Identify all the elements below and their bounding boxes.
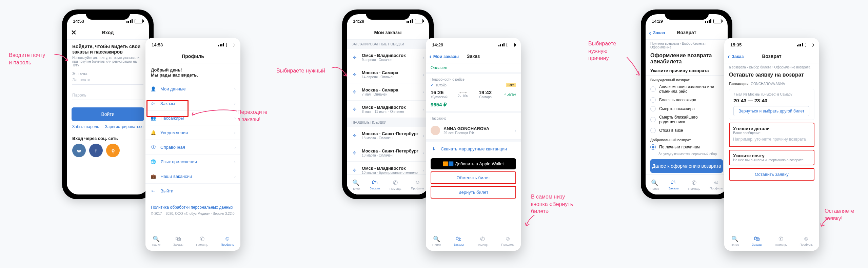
tab-profile[interactable]: ☺Профиль <box>710 179 723 190</box>
trip-row[interactable]: ✈Омск - Владивосток8 мая – 11 июля · Опл… <box>347 101 429 118</box>
exchange-button[interactable]: Обменять билет <box>431 171 516 184</box>
pax-label: Пассажиры: <box>729 82 750 86</box>
tab-search[interactable]: 🔍Поиск <box>731 235 739 247</box>
wallet-icon: 🟧🟦 <box>443 161 454 166</box>
passenger-row[interactable]: ANNA GONCHAROVA29 лет. Паспорт РФ › <box>426 122 521 140</box>
login-header: ✕ Вход <box>67 26 149 40</box>
submit-button[interactable]: Оставить заявку <box>729 168 814 181</box>
next-button[interactable]: Далее к оформлению возврата <box>650 159 723 173</box>
fb-icon[interactable]: f <box>89 144 103 157</box>
tab-profile[interactable]: ☺Профиль <box>800 235 813 246</box>
close-icon[interactable]: ✕ <box>71 28 77 37</box>
tab-help[interactable]: ✆Помощь <box>390 179 401 190</box>
change-ticket-button[interactable]: Вернуться и выбрать другой билет <box>733 106 809 116</box>
tab-orders[interactable]: 🛍Заказы <box>752 235 762 246</box>
tab-orders[interactable]: 🛍Заказы <box>173 235 183 246</box>
profile-card: 14:53 Профиль Добрый день! Мы рады вас в… <box>145 38 240 251</box>
reason-option[interactable]: Смерть ближайшего родственника <box>650 113 723 126</box>
tab-search[interactable]: 🔍Поиск <box>352 179 360 190</box>
reason-prompt: Укажите причину возврата <box>646 66 728 76</box>
tab-help[interactable]: ✆Помощь <box>688 179 700 190</box>
detail-box-title: Уточните детали <box>733 126 810 131</box>
tab-orders[interactable]: 🛍Заказы <box>668 179 678 190</box>
status-time: 14:53 <box>152 42 163 47</box>
trip-sub: 7 мая Из Москвы (Внуково) в Самару <box>733 92 810 96</box>
menu-jobs[interactable]: 💼Наши вакансии› <box>145 169 240 184</box>
dep-city: Жуковский <box>431 95 448 99</box>
profile-title: Профиль <box>145 49 240 63</box>
phone-icon: ✆ <box>692 179 696 186</box>
return-button[interactable]: Вернуть билет <box>431 186 516 199</box>
signin-button[interactable]: Войти <box>72 107 144 121</box>
email-input[interactable] <box>72 76 143 85</box>
search-icon: 🔍 <box>153 235 160 243</box>
apple-wallet-button[interactable]: 🟧🟦 Добавить в Apple Wallet <box>431 158 516 169</box>
reason-option[interactable]: Болезнь пассажира <box>650 96 723 104</box>
tab-help[interactable]: ✆Помощь <box>477 235 489 247</box>
menu-notifications[interactable]: 🔔Уведомления› <box>145 125 240 140</box>
voluntary-label: Добровольный возврат <box>646 135 728 143</box>
tab-orders[interactable]: 🛍Заказы <box>454 235 464 246</box>
tab-help[interactable]: ✆Помощь <box>775 235 787 247</box>
trip-row[interactable]: ✈Москва - Санкт-Петербург18 марта · Опла… <box>347 144 429 162</box>
planned-section: ЗАПЛАНИРОВАННЫЕ ПОЕЗДКИ <box>347 40 429 49</box>
exit-icon: ⇤ <box>150 188 156 194</box>
reason-option-selected[interactable]: По личным причинам <box>646 143 728 151</box>
menu-language[interactable]: 🌐Язык приложения› <box>145 154 240 169</box>
tab-orders[interactable]: 🛍Заказы <box>370 179 380 190</box>
trip-row[interactable]: ✈Москва - Самара7 мая · Оплачен› <box>347 83 429 101</box>
back-link[interactable]: Заказ <box>728 53 744 60</box>
tab-help[interactable]: ✆Помощь <box>196 235 208 247</box>
tab-profile[interactable]: ☺Профиль <box>501 235 514 246</box>
register-link[interactable]: Зарегистрироваться <box>105 124 143 129</box>
arr-time: 19:42 <box>479 89 492 95</box>
forgot-link[interactable]: Забыл пароль <box>72 124 99 129</box>
phone-reason: 14:29 Заказ Возврат Причина возврата › В… <box>641 9 732 199</box>
policy-link[interactable]: Политика обработки персональных данных <box>145 198 240 210</box>
tabbar: 🔍Поиск 🛍Заказы ✆Помощь ☺Профиль <box>347 174 429 194</box>
request-card: 15:35 Заказ Возврат а возврата › Выбор б… <box>724 38 819 251</box>
plane-icon: ✈ <box>352 71 358 78</box>
detail-input[interactable] <box>733 135 810 144</box>
menu-my-data[interactable]: 👤Мои данные› <box>145 82 240 96</box>
trip-row[interactable]: ✈Москва - Самара14 апреля · Оплачен› <box>347 66 429 83</box>
trip-row[interactable]: ✈Омск - Владивосток9 апреля · Оплачен› <box>347 49 429 66</box>
dep-time: 16:26 <box>431 89 448 95</box>
detail-box-label: Ваше сообщение <box>733 131 810 135</box>
annotation-submit: Оставляете заявку! <box>825 207 854 222</box>
signal-icon <box>705 19 711 23</box>
bag-icon: 🛍 <box>754 235 760 242</box>
phone-icon: ✆ <box>393 179 398 186</box>
download-receipts[interactable]: ⬇Скачать маршрутные квитанции <box>426 142 521 156</box>
trip-row[interactable]: ✈Москва - Санкт-Петербург18 марта · Опла… <box>347 127 429 144</box>
status-time: 14:29 <box>432 42 443 47</box>
reason-option[interactable]: Смерть пассажира <box>650 104 723 113</box>
login-title: Вход <box>102 30 114 35</box>
tab-profile[interactable]: ☺Профиль <box>221 235 234 246</box>
fee-note: За услугу взимается сервисный сбор <box>646 151 728 159</box>
back-link[interactable]: Мои заказы <box>429 53 459 60</box>
vk-icon[interactable]: w <box>72 144 86 157</box>
password-input[interactable] <box>72 91 143 100</box>
profile-icon: ☺ <box>803 235 809 242</box>
tab-search[interactable]: 🔍Поиск <box>152 235 160 247</box>
plane-icon: ✈ <box>352 132 358 139</box>
reason-header: Заказ Возврат <box>646 26 728 40</box>
flight-heading: Подробности о рейсе <box>426 74 521 83</box>
menu-logout[interactable]: ⇤Выйти <box>145 184 240 198</box>
ok-icon[interactable]: ǫ <box>106 144 120 157</box>
reason-option[interactable]: Отказ в визе <box>650 126 723 135</box>
tab-profile[interactable]: ☺Профиль <box>411 179 424 190</box>
fake-badge: Fake <box>506 83 516 87</box>
signal-icon <box>498 43 505 46</box>
back-link[interactable]: Заказ <box>649 29 665 37</box>
annotation-login: Вводите почту и пароль <box>9 51 45 66</box>
search-icon: 🔍 <box>731 235 738 243</box>
tab-search[interactable]: 🔍Поиск <box>432 235 441 247</box>
reason-option[interactable]: Авиакомпания изменила или отменила рейс <box>650 83 723 96</box>
tab-search[interactable]: 🔍Поиск <box>650 179 659 190</box>
info-icon: ⓘ <box>150 144 156 150</box>
menu-help[interactable]: ⓘСправочная› <box>145 140 240 154</box>
pax-name: GONCHAROVA ANNA <box>751 82 785 86</box>
signal-icon <box>407 19 413 23</box>
